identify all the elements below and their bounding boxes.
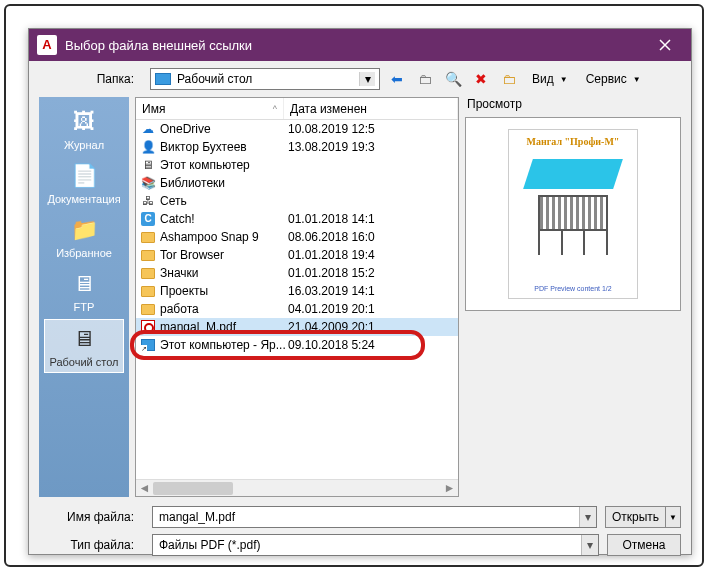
filetype-label: Тип файла: xyxy=(39,538,144,552)
file-name: Виктор Бухтеев xyxy=(160,140,288,154)
pc-icon: 🖥 xyxy=(140,157,156,173)
place-item-рабочий стол[interactable]: 🖥Рабочий стол xyxy=(44,319,124,373)
lib-icon: 📚 xyxy=(140,175,156,191)
desktop-icon xyxy=(155,73,171,85)
file-row[interactable]: ☁OneDrive10.08.2019 12:5 xyxy=(136,120,458,138)
scroll-track[interactable] xyxy=(153,480,441,496)
place-label: Рабочий стол xyxy=(47,356,121,368)
toolbar: Папка: Рабочий стол ▾ ⬅ 🗀 🔍 ✖ 🗀 Вид▼ Сер… xyxy=(29,61,691,97)
file-name: Этот компьютер - Яр... xyxy=(160,338,288,352)
filetype-dropdown[interactable]: Файлы PDF (*.pdf) ▾ xyxy=(152,534,599,556)
place-item-избранное[interactable]: 📁Избранное xyxy=(44,211,124,263)
filename-value: mangal_M.pdf xyxy=(153,510,579,524)
places-bar: 🖼Журнал📄Документация📁Избранное🖥FTP🖥Рабоч… xyxy=(39,97,129,497)
folder-name: Рабочий стол xyxy=(177,72,359,86)
new-folder-button[interactable]: 🗀 xyxy=(498,68,520,90)
file-date: 01.01.2018 14:1 xyxy=(288,212,458,226)
close-button[interactable] xyxy=(643,30,687,60)
file-row[interactable]: 📚Библиотеки xyxy=(136,174,458,192)
up-button[interactable]: 🗀 xyxy=(414,68,436,90)
file-row[interactable]: 🖥Этот компьютер xyxy=(136,156,458,174)
folder-icon xyxy=(140,265,156,281)
file-date: 13.08.2019 19:3 xyxy=(288,140,458,154)
back-button[interactable]: ⬅ xyxy=(386,68,408,90)
column-name[interactable]: Имя^ xyxy=(136,98,284,119)
place-label: Документация xyxy=(46,193,122,205)
file-name: OneDrive xyxy=(160,122,288,136)
file-row[interactable]: CCatch!01.01.2018 14:1 xyxy=(136,210,458,228)
folder-dropdown[interactable]: Рабочий стол ▾ xyxy=(150,68,380,90)
preview-thumbnail: Мангал "Профи-М" PDF Preview content 1/2 xyxy=(508,129,638,299)
scroll-thumb[interactable] xyxy=(153,482,233,495)
file-name: Catch! xyxy=(160,212,288,226)
short-icon xyxy=(140,337,156,353)
cloud-icon: ☁ xyxy=(140,121,156,137)
file-date: 08.06.2018 16:0 xyxy=(288,230,458,244)
outer-frame: A Выбор файла внешней ссылки Папка: Рабо… xyxy=(4,4,704,567)
scroll-right-icon[interactable]: ► xyxy=(441,480,458,496)
filename-input[interactable]: mangal_M.pdf ▾ xyxy=(152,506,597,528)
app-icon: A xyxy=(37,35,57,55)
file-name: Ashampoo Snap 9 xyxy=(160,230,288,244)
scroll-left-icon[interactable]: ◄ xyxy=(136,480,153,496)
open-button[interactable]: Открыть ▼ xyxy=(605,506,681,528)
preview-footer: PDF Preview content 1/2 xyxy=(509,285,637,292)
pdf-icon xyxy=(140,319,156,335)
view-menu[interactable]: Вид▼ xyxy=(526,68,574,90)
file-header: Имя^ Дата изменен xyxy=(136,98,458,120)
file-row[interactable]: 👤Виктор Бухтеев13.08.2019 19:3 xyxy=(136,138,458,156)
file-list-pane: Имя^ Дата изменен ☁OneDrive10.08.2019 12… xyxy=(135,97,459,497)
chevron-down-icon[interactable]: ▾ xyxy=(581,535,598,555)
place-label: FTP xyxy=(46,301,122,313)
file-name: Сеть xyxy=(160,194,288,208)
file-row[interactable]: работа04.01.2019 20:1 xyxy=(136,300,458,318)
window-title: Выбор файла внешней ссылки xyxy=(65,38,643,53)
filename-label: Имя файла: xyxy=(39,510,144,524)
folder-icon xyxy=(140,283,156,299)
file-name: Проекты xyxy=(160,284,288,298)
file-name: mangal_M.pdf xyxy=(160,320,288,334)
file-name: работа xyxy=(160,302,288,316)
file-list[interactable]: ☁OneDrive10.08.2019 12:5👤Виктор Бухтеев1… xyxy=(136,120,458,479)
file-date: 01.01.2018 15:2 xyxy=(288,266,458,280)
file-name: Tor Browser xyxy=(160,248,288,262)
place-icon: 🖼 xyxy=(66,107,102,137)
file-date: 09.10.2018 5:24 xyxy=(288,338,458,352)
folder-icon xyxy=(140,229,156,245)
open-dropdown-icon[interactable]: ▼ xyxy=(665,506,681,528)
folder-icon xyxy=(140,247,156,263)
file-date: 04.01.2019 20:1 xyxy=(288,302,458,316)
preview-pane: Просмотр Мангал "Профи-М" PDF Preview co… xyxy=(465,97,691,497)
file-row[interactable]: Tor Browser01.01.2018 19:4 xyxy=(136,246,458,264)
file-date: 10.08.2019 12:5 xyxy=(288,122,458,136)
place-icon: 🖥 xyxy=(66,269,102,299)
file-row[interactable]: 🖧Сеть xyxy=(136,192,458,210)
file-date: 21.04.2009 20:1 xyxy=(288,320,458,334)
file-name: Значки xyxy=(160,266,288,280)
file-row[interactable]: mangal_M.pdf21.04.2009 20:1 xyxy=(136,318,458,336)
place-item-журнал[interactable]: 🖼Журнал xyxy=(44,103,124,155)
column-date[interactable]: Дата изменен xyxy=(284,98,458,119)
file-row[interactable]: Этот компьютер - Яр...09.10.2018 5:24 xyxy=(136,336,458,354)
search-button[interactable]: 🔍 xyxy=(442,68,464,90)
chevron-down-icon[interactable]: ▾ xyxy=(579,507,596,527)
place-item-документация[interactable]: 📄Документация xyxy=(44,157,124,209)
file-date: 01.01.2018 19:4 xyxy=(288,248,458,262)
file-row[interactable]: Проекты16.03.2019 14:1 xyxy=(136,282,458,300)
place-icon: 📁 xyxy=(66,215,102,245)
chevron-down-icon: ▼ xyxy=(560,75,568,84)
delete-button[interactable]: ✖ xyxy=(470,68,492,90)
preview-canopy-shape xyxy=(523,159,623,189)
place-item-ftp[interactable]: 🖥FTP xyxy=(44,265,124,317)
scrollbar-horizontal[interactable]: ◄ ► xyxy=(136,479,458,496)
file-row[interactable]: Ashampoo Snap 908.06.2018 16:0 xyxy=(136,228,458,246)
tools-menu[interactable]: Сервис▼ xyxy=(580,68,647,90)
chevron-down-icon: ▾ xyxy=(359,72,375,86)
file-row[interactable]: Значки01.01.2018 15:2 xyxy=(136,264,458,282)
preview-legs xyxy=(538,231,608,255)
place-icon: 🖥 xyxy=(66,324,102,354)
close-icon xyxy=(659,39,671,51)
cancel-button[interactable]: Отмена xyxy=(607,534,681,556)
chevron-down-icon: ▼ xyxy=(633,75,641,84)
main-area: 🖼Журнал📄Документация📁Избранное🖥FTP🖥Рабоч… xyxy=(29,97,691,497)
